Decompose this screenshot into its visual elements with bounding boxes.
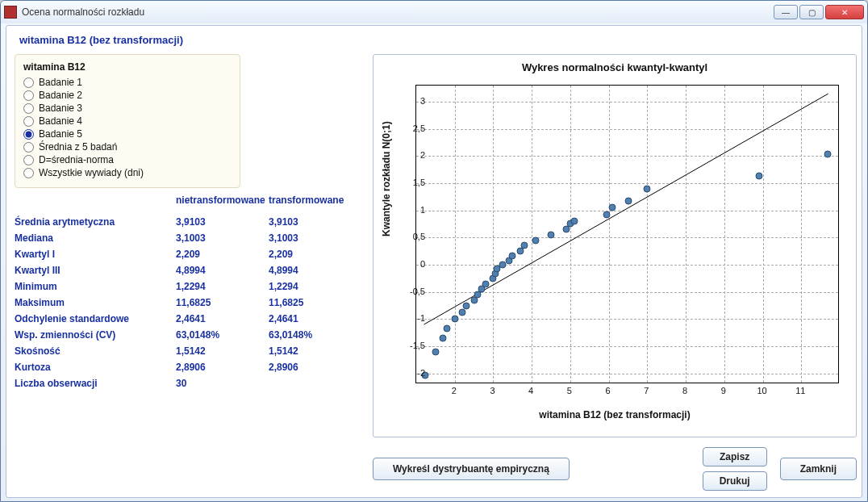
x-tick: 9: [721, 386, 726, 395]
radio-label: Badanie 4: [39, 115, 82, 127]
data-point: [432, 348, 439, 355]
stats-row: Mediana3,10033,1003: [15, 230, 361, 246]
data-point: [603, 211, 611, 219]
data-point: [624, 197, 632, 204]
variable-groupbox: witamina B12 Badanie 1Badanie 2Badanie 3…: [15, 54, 240, 188]
data-point: [444, 324, 451, 332]
radio-option[interactable]: Badanie 2: [23, 89, 232, 102]
stats-label: Maksimum: [15, 297, 176, 308]
radio-option[interactable]: Badanie 1: [23, 76, 232, 89]
x-tick: 6: [606, 386, 611, 395]
stats-row: Minimum1,22941,2294: [15, 278, 361, 295]
radio-input[interactable]: [23, 168, 34, 178]
y-tick: -0,5: [401, 287, 425, 296]
empirical-cdf-button[interactable]: Wykreśl dystrybuantę empiryczną: [373, 458, 570, 480]
stats-value-transformed: 63,0148%: [269, 329, 361, 341]
stats-label: Kwartyl III: [15, 265, 176, 276]
stats-row: Wsp. zmienności (CV)63,0148%63,0148%: [15, 327, 361, 343]
stats-label: Minimum: [15, 281, 176, 292]
data-point: [509, 252, 516, 259]
stats-label: Mediana: [15, 232, 176, 244]
button-row: Wykreśl dystrybuantę empiryczną Zapisz D…: [373, 447, 857, 491]
radio-option[interactable]: Średnia z 5 badań: [23, 140, 232, 153]
radio-label: Badanie 2: [39, 90, 82, 101]
stats-value-transformed: 2,209: [269, 249, 361, 260]
x-tick: 7: [644, 386, 649, 395]
y-tick: 1,5: [401, 178, 425, 187]
stats-value-transformed: 3,9103: [269, 216, 361, 228]
stats-row: Maksimum11,682511,6825: [15, 295, 361, 311]
y-tick: 1: [401, 205, 425, 215]
stats-value-raw: 3,9103: [176, 216, 269, 228]
y-tick: 2: [401, 150, 425, 160]
radio-option[interactable]: Badanie 5: [23, 128, 232, 140]
stats-label: Wsp. zmienności (CV): [15, 329, 176, 341]
radio-input[interactable]: [23, 103, 34, 114]
radio-label: Wszystkie wywiady (dni): [39, 167, 144, 178]
stats-row: Kwartyl I2,2092,209: [15, 246, 361, 262]
data-point: [482, 280, 489, 287]
data-point: [459, 309, 466, 316]
x-tick: 5: [567, 386, 572, 395]
data-point: [440, 334, 447, 341]
data-point: [463, 303, 470, 310]
stats-row: Średnia arytmetyczna3,91033,9103: [15, 214, 361, 230]
client-area: witamina B12 (bez transformacji) witamin…: [6, 25, 862, 498]
stats-value-raw: 3,1003: [176, 232, 269, 244]
radio-label: Średnia z 5 badań: [39, 141, 117, 153]
stats-value-raw: 2,8906: [176, 362, 269, 373]
titlebar: Ocena normalności rozkładu — ▢ ✕: [1, 1, 867, 23]
radio-label: D=średnia-norma: [39, 154, 114, 165]
maximize-button[interactable]: ▢: [799, 5, 824, 19]
x-tick: 2: [452, 386, 457, 395]
data-point: [520, 242, 528, 249]
radio-label: Badanie 1: [39, 77, 82, 88]
radio-label: Badanie 5: [39, 128, 82, 140]
stats-label: Liczba obserwacji: [15, 378, 176, 389]
save-button[interactable]: Zapisz: [703, 447, 767, 466]
stats-value-transformed: [269, 378, 361, 389]
stats-value-transformed: 11,6825: [269, 297, 361, 308]
minimize-button[interactable]: —: [774, 5, 798, 19]
stats-value-raw: 1,5142: [176, 345, 269, 357]
radio-option[interactable]: Badanie 4: [23, 115, 232, 128]
stats-value-transformed: 1,5142: [269, 345, 361, 357]
radio-input[interactable]: [23, 77, 34, 88]
radio-input[interactable]: [23, 90, 34, 101]
stats-col-header-2: transformowane: [269, 195, 361, 206]
radio-input[interactable]: [23, 142, 34, 153]
app-icon: [4, 6, 17, 19]
stats-value-transformed: 2,8906: [269, 362, 361, 373]
stats-value-raw: 2,4641: [176, 313, 269, 324]
x-tick: 8: [682, 386, 687, 395]
data-point: [532, 236, 539, 244]
stats-value-raw: 63,0148%: [176, 329, 269, 341]
radio-input[interactable]: [23, 129, 34, 140]
data-point: [824, 150, 831, 157]
y-tick: 3: [401, 96, 425, 106]
data-point: [451, 316, 458, 323]
x-tick: 3: [490, 386, 495, 395]
stats-value-raw: 30: [176, 378, 269, 389]
data-point: [755, 173, 762, 180]
close-button[interactable]: ✕: [825, 5, 864, 19]
radio-input[interactable]: [23, 155, 34, 165]
radio-option[interactable]: D=średnia-norma: [23, 153, 232, 166]
data-point: [570, 218, 578, 225]
radio-input[interactable]: [23, 116, 34, 127]
y-tick: 0,5: [401, 232, 425, 241]
stats-value-transformed: 1,2294: [269, 281, 361, 292]
radio-label: Badanie 3: [39, 102, 82, 114]
radio-option[interactable]: Badanie 3: [23, 102, 232, 115]
stats-value-raw: 2,209: [176, 249, 269, 260]
stats-row: Odchylenie standardowe2,46412,4641: [15, 311, 361, 327]
print-button[interactable]: Drukuj: [703, 471, 767, 491]
radio-option[interactable]: Wszystkie wywiady (dni): [23, 166, 232, 179]
plot: Kwantyle rozkładu N(0;1) witamina B12 (b…: [377, 75, 853, 422]
x-tick: 10: [757, 386, 766, 395]
stats-value-raw: 1,2294: [176, 281, 269, 292]
close-dialog-button[interactable]: Zamknij: [780, 458, 857, 480]
stats-label: Skośność: [15, 345, 176, 357]
stats-row: Kurtoza2,89062,8906: [15, 359, 361, 375]
y-tick: -1: [401, 313, 425, 323]
